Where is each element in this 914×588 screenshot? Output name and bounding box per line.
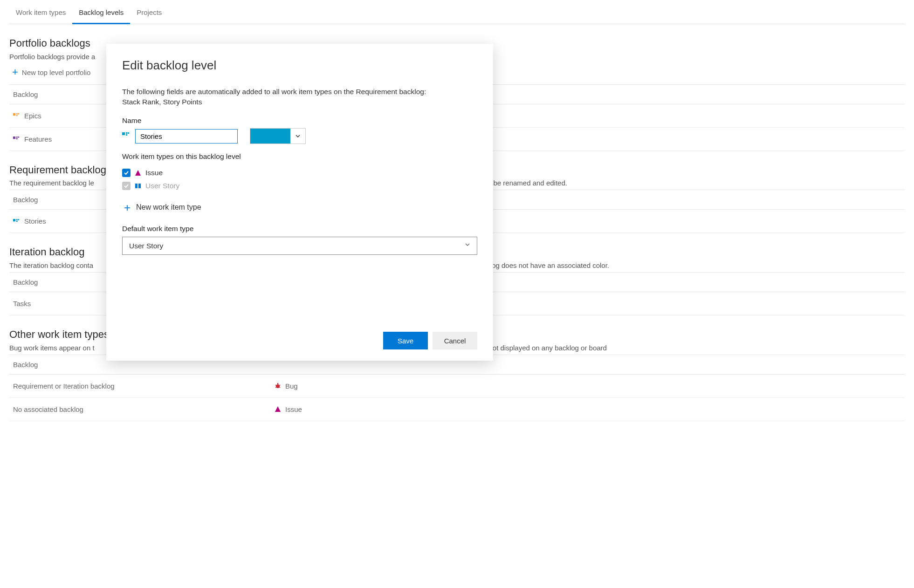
- dialog-title: Edit backlog level: [122, 57, 477, 74]
- name-label: Name: [122, 116, 477, 126]
- svg-rect-11: [16, 220, 18, 222]
- tab-work-item-types[interactable]: Work item types: [9, 3, 72, 24]
- desc-part: The iteration backlog conta: [9, 261, 93, 269]
- edit-backlog-level-dialog: Edit backlog level The following fields …: [106, 44, 493, 361]
- list-item[interactable]: No associated backlog Issue: [9, 398, 905, 421]
- issue-icon: [274, 405, 282, 413]
- svg-line-15: [279, 385, 280, 386]
- svg-rect-21: [128, 132, 129, 134]
- svg-rect-7: [16, 138, 18, 140]
- info-line: Stack Rank, Story Points: [122, 97, 477, 107]
- add-portfolio-label: New top level portfolio: [22, 68, 91, 77]
- new-wit-label: New work item type: [136, 202, 201, 212]
- svg-rect-9: [16, 219, 18, 220]
- save-button[interactable]: Save: [383, 332, 428, 349]
- color-picker[interactable]: [250, 128, 306, 144]
- svg-marker-18: [275, 406, 281, 412]
- info-line: The following fields are automatically a…: [122, 87, 477, 97]
- plus-icon: +: [124, 200, 131, 216]
- desc-part: The requirement backlog le: [9, 179, 94, 187]
- new-work-item-type[interactable]: + New work item type: [122, 195, 477, 224]
- desc-part: acklog does not have an associated color…: [479, 261, 609, 269]
- bug-icon: [274, 382, 282, 390]
- color-swatch: [250, 129, 290, 144]
- wit-label: User Story: [145, 181, 179, 191]
- cancel-button[interactable]: Cancel: [433, 332, 477, 349]
- backlog-icon: [13, 218, 20, 225]
- svg-marker-23: [135, 170, 141, 176]
- book-icon: [134, 182, 142, 190]
- svg-rect-24: [135, 184, 137, 188]
- row-label: Features: [24, 134, 52, 144]
- svg-point-12: [276, 384, 280, 388]
- tab-projects[interactable]: Projects: [130, 3, 168, 24]
- svg-rect-10: [18, 219, 20, 220]
- wit-label: Bug: [285, 381, 298, 391]
- backlog-icon: [122, 132, 130, 140]
- row-label: Stories: [24, 216, 46, 226]
- wit-row-user-story: User Story: [122, 179, 477, 192]
- row-label: Requirement or Iteration backlog: [13, 381, 115, 391]
- dialog-info: The following fields are automatically a…: [122, 87, 477, 107]
- desc-part: Bug work items appear on t: [9, 344, 95, 352]
- issue-icon: [134, 169, 142, 177]
- svg-rect-19: [122, 132, 125, 135]
- svg-line-16: [275, 387, 276, 388]
- chevron-down-icon[interactable]: [290, 129, 305, 144]
- svg-rect-3: [16, 115, 18, 116]
- chevron-down-icon: [465, 242, 470, 250]
- plus-icon: +: [12, 65, 18, 80]
- svg-line-14: [275, 385, 276, 386]
- wit-section-label: Work item types on this backlog level: [122, 151, 477, 162]
- svg-rect-1: [16, 113, 18, 115]
- checkbox-checked-disabled: [122, 182, 131, 190]
- desc-part: re not displayed on any backlog or board: [481, 344, 607, 352]
- svg-rect-25: [138, 184, 141, 188]
- svg-line-17: [279, 387, 280, 388]
- tabs: Work item types Backlog levels Projects: [9, 3, 905, 24]
- wit-label: Issue: [145, 168, 163, 178]
- svg-rect-22: [126, 134, 127, 136]
- svg-rect-4: [13, 137, 15, 139]
- wit-label: Issue: [285, 404, 302, 414]
- row-label: Epics: [24, 111, 41, 121]
- tab-backlog-levels[interactable]: Backlog levels: [72, 3, 130, 24]
- checkbox-checked[interactable]: [122, 169, 131, 177]
- svg-rect-2: [18, 113, 20, 115]
- list-item[interactable]: Requirement or Iteration backlog Bug: [9, 375, 905, 398]
- backlog-icon: [13, 136, 20, 142]
- svg-rect-6: [18, 137, 20, 138]
- row-label: No associated backlog: [13, 404, 83, 414]
- backlog-icon: [13, 112, 20, 119]
- row-label: Tasks: [13, 299, 31, 308]
- name-input[interactable]: [135, 129, 238, 144]
- default-wit-select[interactable]: User Story: [122, 237, 477, 255]
- default-wit-label: Default work item type: [122, 224, 477, 234]
- desc-part: can be renamed and edited.: [480, 179, 567, 187]
- select-value: User Story: [129, 241, 163, 251]
- svg-rect-13: [277, 383, 278, 384]
- svg-rect-5: [16, 137, 18, 138]
- svg-rect-20: [126, 132, 127, 134]
- svg-rect-0: [13, 113, 15, 116]
- svg-rect-8: [13, 219, 15, 221]
- wit-row-issue[interactable]: Issue: [122, 166, 477, 179]
